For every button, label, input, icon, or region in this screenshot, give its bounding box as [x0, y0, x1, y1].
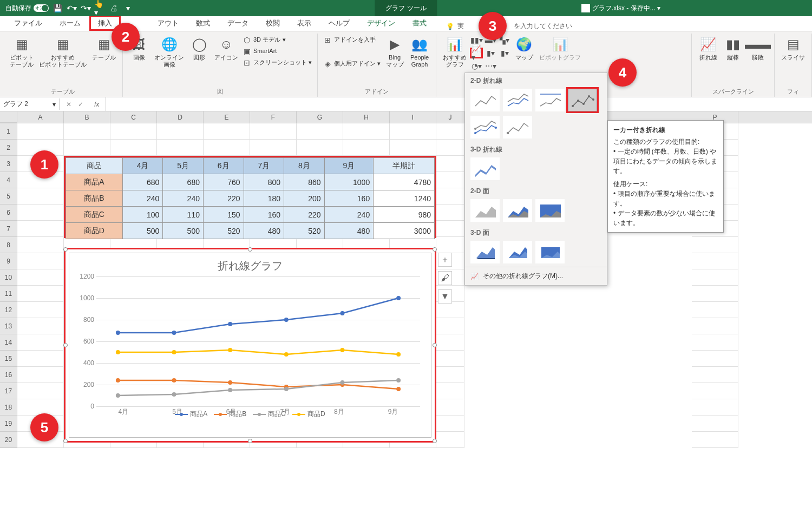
data-cell[interactable]: 520 [284, 223, 325, 239]
chart-filters-button[interactable]: ▼ [438, 289, 452, 304]
pie-chart-icon[interactable]: ◔▾ [470, 61, 483, 71]
tab-help[interactable]: ヘルプ [320, 15, 358, 31]
data-cell[interactable]: 160 [324, 190, 374, 207]
row-header-11[interactable]: 11 [0, 286, 17, 302]
tell-me-search[interactable]: 💡 実 を入力してください [446, 22, 572, 31]
row-header-13[interactable]: 13 [0, 318, 17, 334]
get-addins-button[interactable]: ⊞アドインを入手 [322, 35, 382, 45]
row-header-5[interactable]: 5 [0, 188, 17, 205]
col-header-B[interactable]: B [64, 111, 110, 123]
data-cell[interactable]: 480 [324, 223, 374, 239]
col-header-J[interactable]: J [436, 111, 464, 123]
map-button[interactable]: 🌍マップ [512, 35, 536, 71]
row-label[interactable]: 商品B [66, 190, 123, 207]
tab-view[interactable]: 表示 [289, 15, 320, 31]
chart-object[interactable]: 折れ線グラフ 020040060080010001200 4月5月6月7月8月9… [64, 248, 436, 443]
row-header-1[interactable]: 1 [0, 123, 17, 140]
fx-icon[interactable]: fx [90, 101, 99, 108]
row-header-9[interactable]: 9 [0, 253, 17, 269]
tab-review[interactable]: 校閲 [257, 15, 289, 31]
online-pictures-button[interactable]: 🌐オンライン画像 [152, 35, 186, 69]
100stacked-line-option[interactable] [535, 89, 565, 111]
row-header-15[interactable]: 15 [0, 351, 17, 367]
data-cell[interactable]: 500 [163, 223, 204, 239]
select-all-corner[interactable] [0, 111, 17, 123]
smartart-button[interactable]: ▣SmartArt [241, 46, 313, 57]
tab-formulas[interactable]: 数式 [187, 15, 219, 31]
more-line-charts[interactable]: 📈その他の折れ線グラフ(M)... [465, 267, 607, 285]
data-cell[interactable]: 240 [122, 190, 163, 207]
tab-layout[interactable]: アウト [149, 15, 187, 31]
enter-icon[interactable]: ✓ [78, 101, 83, 108]
resize-handle[interactable] [63, 247, 68, 252]
stacked-line-markers-option[interactable] [470, 116, 500, 139]
recommended-charts-button[interactable]: 📊おすすめグラフ [441, 35, 469, 71]
data-cell[interactable]: 100 [122, 207, 163, 223]
column-chart-icon[interactable]: ▮▮▾ [470, 35, 483, 45]
sparkline-line-button[interactable]: 📈折れ線 [696, 35, 720, 62]
chart-elements-button[interactable]: ＋ [438, 253, 452, 267]
stacked-area-option[interactable] [503, 199, 532, 222]
data-cell[interactable]: 4780 [374, 174, 435, 190]
undo-icon[interactable]: ↶▾ [66, 3, 77, 14]
row-header-8[interactable]: 8 [0, 237, 17, 253]
touch-icon[interactable]: 👆▾ [94, 3, 105, 14]
col-header-H[interactable]: H [343, 111, 390, 123]
data-cell[interactable]: 240 [324, 207, 374, 223]
name-box[interactable]: グラフ 2▾ [0, 98, 60, 110]
data-table-selection[interactable]: 商品4月5月6月7月8月9月半期計商品A68068076080086010004… [64, 156, 436, 238]
100stacked-markers-option[interactable] [503, 116, 532, 139]
col-header-I[interactable]: I [390, 111, 436, 123]
formula-input[interactable] [106, 97, 812, 111]
data-cell[interactable]: 1240 [374, 190, 435, 207]
chart-styles-button[interactable]: 🖌 [438, 271, 452, 285]
row-header-16[interactable]: 16 [0, 367, 17, 383]
col-header-F[interactable]: F [250, 111, 297, 123]
row-header-2[interactable]: 2 [0, 140, 17, 156]
col-header-C[interactable]: C [110, 111, 157, 123]
redo-icon[interactable]: ↷▾ [80, 3, 91, 14]
col-header-A[interactable]: A [17, 111, 64, 123]
data-cell[interactable]: 760 [203, 174, 244, 190]
data-cell[interactable]: 800 [244, 174, 284, 190]
shapes-button[interactable]: ◯図形 [187, 35, 211, 69]
data-cell[interactable]: 680 [122, 174, 163, 190]
resize-handle[interactable] [248, 439, 252, 443]
sparkline-winloss-button[interactable]: ▬▬勝敗 [746, 35, 770, 62]
save-icon[interactable]: 💾 [52, 3, 63, 14]
data-cell[interactable]: 500 [122, 223, 163, 239]
row-header-12[interactable]: 12 [0, 302, 17, 318]
stacked-line-option[interactable] [503, 89, 532, 111]
my-addins-button[interactable]: ◈個人用アドイン ▾ [322, 58, 382, 69]
data-cell[interactable]: 240 [163, 190, 204, 207]
data-cell[interactable]: 150 [203, 207, 244, 223]
tab-format[interactable]: 書式 [404, 15, 435, 31]
data-cell[interactable]: 110 [163, 207, 204, 223]
data-cell[interactable]: 520 [203, 223, 244, 239]
scatter-chart-icon[interactable]: ⋯▾ [484, 61, 497, 71]
resize-handle[interactable] [433, 439, 437, 443]
data-cell[interactable]: 680 [163, 174, 204, 190]
print-icon[interactable]: 🖨 [108, 3, 119, 14]
people-graph-button[interactable]: 👥PeopleGraph [408, 35, 431, 69]
data-cell[interactable]: 220 [203, 190, 244, 207]
3d-line-option[interactable] [470, 157, 500, 180]
qat-more-icon[interactable]: ▾ [122, 3, 133, 14]
row-header-7[interactable]: 7 [0, 221, 17, 237]
resize-handle[interactable] [63, 343, 68, 347]
data-cell[interactable]: 3000 [374, 223, 435, 239]
resize-handle[interactable] [63, 439, 68, 443]
row-label[interactable]: 商品C [66, 207, 123, 223]
tab-file[interactable]: ファイル [5, 15, 51, 31]
row-header-20[interactable]: 20 [0, 432, 17, 448]
tab-home[interactable]: ホーム [51, 15, 89, 31]
data-cell[interactable]: 180 [244, 190, 284, 207]
100stacked-area-option[interactable] [535, 199, 565, 222]
combo-chart-icon[interactable]: ▮▾ [498, 48, 511, 58]
row-header-18[interactable]: 18 [0, 399, 17, 416]
row-header-3[interactable]: 3 [0, 156, 17, 172]
recommended-pivot-button[interactable]: ▦おすすめピボットテーブル [37, 35, 89, 69]
pivotchart-button[interactable]: 📊ピボットグラフ [537, 35, 583, 71]
row-header-17[interactable]: 17 [0, 383, 17, 399]
row-header-14[interactable]: 14 [0, 334, 17, 351]
